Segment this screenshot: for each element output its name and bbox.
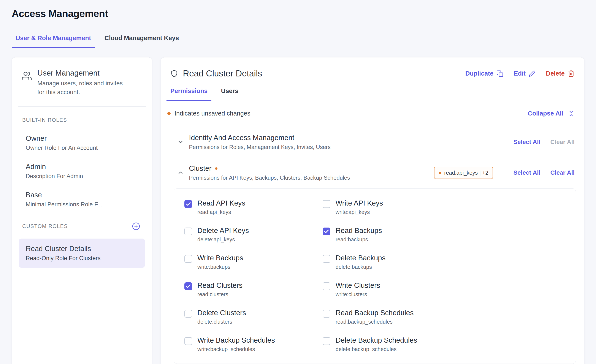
permission-checkbox[interactable]	[323, 282, 330, 290]
unsaved-permissions-badge-text: read:api_keys | +2	[444, 170, 488, 176]
access-management-page: Access Management User & Role Management…	[0, 0, 596, 364]
permission-delete-backups: Delete Backups delete:backups	[323, 254, 565, 270]
collapse-all-button[interactable]: Collapse All	[528, 110, 575, 117]
unfold-less-icon	[568, 110, 575, 117]
permission-checkbox[interactable]	[323, 255, 330, 263]
content-area: User Management Manage users, roles and …	[12, 57, 584, 364]
cluster-permissions-panel: Read API Keys read:api_keys Write API Ke…	[174, 188, 576, 364]
shield-icon	[170, 70, 178, 77]
permission-label: Read API Keys	[197, 199, 245, 207]
sidebar-item-role-admin[interactable]: Admin Description For Admin	[12, 163, 152, 180]
role-description: Owner Role For An Account	[26, 145, 138, 151]
permission-code: delete:backups	[335, 264, 386, 270]
permission-checkbox[interactable]	[184, 282, 192, 290]
sidebar-item-role-base[interactable]: Base Minimal Permissions Role F...	[12, 191, 152, 208]
unsaved-changes-row: Indicates unsaved changes Collapse All	[161, 101, 584, 126]
permission-delete-backup-schedules: Delete Backup Schedules delete:backup_sc…	[323, 336, 565, 352]
permission-checkbox[interactable]	[184, 228, 192, 235]
permission-checkbox[interactable]	[323, 310, 330, 318]
permission-checkbox[interactable]	[184, 310, 192, 318]
permission-label: Delete API Keys	[197, 226, 249, 235]
role-detail-header: Read Cluster Details Duplicate Edit	[161, 57, 584, 78]
permission-label: Write Backups	[197, 254, 243, 262]
permission-label: Delete Clusters	[197, 309, 246, 317]
check-icon	[186, 201, 191, 207]
copy-icon	[496, 70, 503, 77]
permission-checkbox[interactable]	[184, 255, 192, 263]
permission-label: Read Backups	[335, 226, 382, 235]
top-tabs: User & Role Management Cloud Management …	[12, 35, 584, 48]
tab-permissions[interactable]: Permissions	[166, 88, 211, 101]
permission-code: delete:clusters	[197, 319, 246, 325]
roles-sidebar: User Management Manage users, roles and …	[12, 57, 152, 364]
chevron-down-icon[interactable]	[177, 139, 184, 145]
role-name: Read Cluster Details	[26, 245, 138, 253]
role-description: Minimal Permissions Role F...	[26, 201, 138, 208]
role-name: Base	[26, 191, 138, 199]
permission-code: delete:api_keys	[197, 236, 249, 243]
section-identity-and-access-management: Identity And Access Management Permissio…	[161, 126, 584, 156]
permission-code: write:backups	[197, 264, 243, 270]
custom-roles-label: CUSTOM ROLES	[22, 223, 68, 229]
permission-label: Read Clusters	[197, 281, 243, 290]
unsaved-permissions-badge: read:api_keys | +2	[434, 167, 493, 179]
unsaved-dot-icon	[167, 112, 171, 115]
tab-cloud-management-keys[interactable]: Cloud Management Keys	[101, 35, 183, 48]
custom-roles-header: CUSTOM ROLES	[22, 222, 140, 230]
add-custom-role-button[interactable]	[132, 222, 140, 230]
permission-code: write:backup_schedules	[197, 346, 275, 352]
sidebar-item-role-read-cluster-details[interactable]: Read Cluster Details Read-Only Role For …	[19, 238, 145, 268]
section-title: Identity And Access Management	[189, 134, 294, 142]
users-icon	[22, 71, 32, 81]
clear-all-button[interactable]: Clear All	[550, 139, 575, 146]
permission-checkbox[interactable]	[184, 337, 192, 345]
role-detail-panel: Read Cluster Details Duplicate Edit	[161, 57, 584, 364]
user-management-description: Manage users, roles and invites for this…	[37, 79, 130, 97]
permission-checkbox[interactable]	[323, 228, 330, 235]
edit-button[interactable]: Edit	[514, 70, 536, 77]
permission-code: read:backups	[335, 236, 382, 243]
tab-users[interactable]: Users	[217, 88, 242, 101]
section-subtitle: Permissions for Roles, Management Keys, …	[189, 144, 508, 150]
permission-write-backups: Write Backups write:backups	[184, 254, 323, 270]
select-all-button[interactable]: Select All	[513, 169, 540, 176]
section-subtitle: Permissions for API Keys, Backups, Clust…	[189, 174, 429, 181]
permission-label: Delete Backups	[335, 254, 386, 262]
sidebar-item-user-management[interactable]: User Management Manage users, roles and …	[12, 69, 152, 97]
permission-checkbox[interactable]	[323, 200, 330, 208]
permission-delete-clusters: Delete Clusters delete:clusters	[184, 309, 323, 325]
permission-write-clusters: Write Clusters write:clusters	[323, 281, 565, 297]
page-title: Access Management	[12, 8, 584, 19]
permission-label: Write Clusters	[335, 281, 380, 290]
check-icon	[186, 283, 191, 289]
trash-icon	[568, 70, 575, 77]
permission-code: read:clusters	[197, 291, 243, 297]
permission-label: Delete Backup Schedules	[335, 336, 417, 344]
permission-label: Write API Keys	[335, 199, 383, 207]
pencil-icon	[529, 70, 536, 77]
delete-button[interactable]: Delete	[546, 70, 575, 77]
permission-delete-api-keys: Delete API Keys delete:api_keys	[184, 226, 323, 243]
permission-read-api-keys: Read API Keys read:api_keys	[184, 199, 323, 215]
permission-code: delete:backup_schedules	[335, 346, 417, 352]
permission-code: write:clusters	[335, 291, 380, 297]
chevron-up-icon[interactable]	[177, 170, 184, 176]
section-title: Cluster	[189, 164, 212, 172]
clear-all-button[interactable]: Clear All	[550, 169, 575, 176]
permission-checkbox[interactable]	[184, 200, 192, 208]
tab-user-role-management[interactable]: User & Role Management	[12, 35, 95, 48]
duplicate-button[interactable]: Duplicate	[465, 70, 504, 77]
sidebar-divider	[18, 106, 146, 107]
permission-code: write:api_keys	[335, 209, 383, 215]
role-detail-tabs: Permissions Users	[161, 88, 584, 101]
sidebar-item-role-owner[interactable]: Owner Owner Role For An Account	[12, 134, 152, 151]
permission-checkbox[interactable]	[323, 337, 330, 345]
select-all-button[interactable]: Select All	[513, 139, 540, 146]
permission-label: Read Backup Schedules	[335, 309, 414, 317]
role-description: Read-Only Role For Clusters	[26, 255, 138, 262]
role-name: Owner	[26, 134, 138, 142]
permission-read-backups: Read Backups read:backups	[323, 226, 565, 243]
permission-write-api-keys: Write API Keys write:api_keys	[323, 199, 565, 215]
unsaved-changes-note: Indicates unsaved changes	[174, 110, 250, 117]
permission-code: read:backup_schedules	[335, 319, 414, 325]
